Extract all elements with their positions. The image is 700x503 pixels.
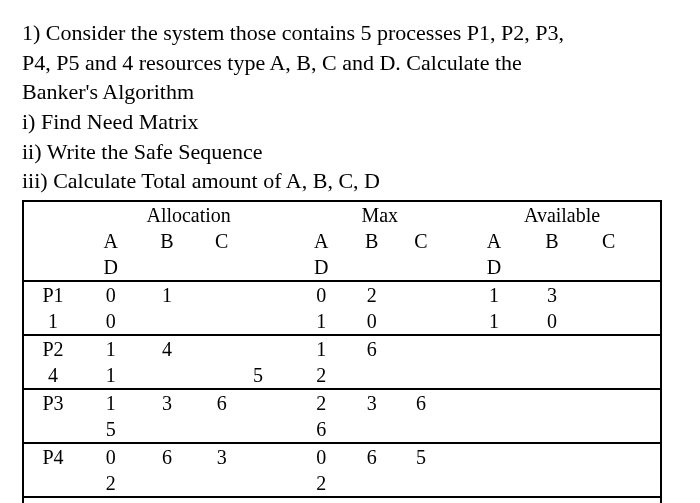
cell: 1	[194, 497, 249, 503]
cell: 2	[295, 389, 347, 416]
cell: 6	[295, 416, 347, 443]
cell: 4	[23, 362, 82, 389]
cell: 3	[347, 389, 396, 416]
cell: 0	[295, 281, 347, 308]
proc-label: P4	[23, 443, 82, 470]
table-row: 4 1 5 2	[23, 362, 661, 389]
cell: 0	[295, 497, 347, 503]
table-row: P2 1 4 1 6	[23, 335, 661, 362]
cell: 3	[524, 281, 581, 308]
q-part-1: i) Find Need Matrix	[22, 107, 678, 137]
col-max-D: D	[295, 254, 347, 281]
cell: 6	[347, 335, 396, 362]
col-avail-A: A	[464, 228, 524, 254]
cell: 1	[82, 335, 140, 362]
cell: 6	[396, 389, 445, 416]
q-line-3: Banker's Algorithm	[22, 77, 678, 107]
cell: 3	[194, 443, 249, 470]
cell: 0	[524, 308, 581, 335]
proc-label: P2	[23, 335, 82, 362]
cell: 2	[347, 281, 396, 308]
cell: 2	[295, 470, 347, 497]
cell: 1	[82, 389, 140, 416]
cell: 1	[464, 308, 524, 335]
col-avail-C: C	[580, 228, 637, 254]
cell: 6	[140, 443, 195, 470]
table-row: 2 2	[23, 470, 661, 497]
question-text: 1) Consider the system those contains 5 …	[22, 18, 678, 196]
table-row: 1 0 1 0 1 0	[23, 308, 661, 335]
table-row: P1 0 1 0 2 1 3	[23, 281, 661, 308]
cell: 2	[295, 362, 347, 389]
col-max-C: C	[396, 228, 445, 254]
cell: 6	[347, 497, 396, 503]
cell: 5	[396, 443, 445, 470]
cell: 5	[82, 416, 140, 443]
table-row: 5 6	[23, 416, 661, 443]
cell: 1	[295, 335, 347, 362]
cell: 0	[82, 497, 140, 503]
header-allocation: Allocation	[82, 201, 295, 228]
col-alloc-A: A	[82, 228, 140, 254]
cell: 3	[140, 389, 195, 416]
cell: 1	[140, 281, 195, 308]
proc-label: P3	[23, 389, 82, 416]
table-row: P5 0 0 1 0 6 5	[23, 497, 661, 503]
q-line-2: P4, P5 and 4 resources type A, B, C and …	[22, 48, 678, 78]
table-row: P3 1 3 6 2 3 6	[23, 389, 661, 416]
cell: 1	[295, 308, 347, 335]
q-part-2: ii) Write the Safe Sequence	[22, 137, 678, 167]
cell: 5	[396, 497, 445, 503]
cell: 5	[249, 362, 295, 389]
cell: 0	[82, 443, 140, 470]
q-part-3: iii) Calculate Total amount of A, B, C, …	[22, 166, 678, 196]
cell: 6	[194, 389, 249, 416]
cell: 1	[82, 362, 140, 389]
cell: 0	[140, 497, 195, 503]
cell: 1	[464, 281, 524, 308]
col-max-B: B	[347, 228, 396, 254]
q-line-1: 1) Consider the system those contains 5 …	[22, 18, 678, 48]
header-available: Available	[464, 201, 661, 228]
cell: 1	[23, 308, 82, 335]
col-alloc-B: B	[140, 228, 195, 254]
header-max: Max	[295, 201, 464, 228]
cell: 0	[295, 443, 347, 470]
bankers-table: Allocation Max Available A B C A B C A B…	[22, 200, 662, 503]
cell: 2	[82, 470, 140, 497]
col-alloc-C: C	[194, 228, 249, 254]
column-header-row-1: A B C A B C A B C	[23, 228, 661, 254]
proc-label: P5	[23, 497, 82, 503]
col-max-A: A	[295, 228, 347, 254]
cell: 0	[82, 308, 140, 335]
cell: 0	[82, 281, 140, 308]
column-header-row-2: D D D	[23, 254, 661, 281]
col-alloc-D: D	[82, 254, 140, 281]
proc-label: P1	[23, 281, 82, 308]
table-row: P4 0 6 3 0 6 5	[23, 443, 661, 470]
col-avail-B: B	[524, 228, 581, 254]
col-avail-D: D	[464, 254, 524, 281]
section-header-row: Allocation Max Available	[23, 201, 661, 228]
cell: 0	[347, 308, 396, 335]
cell: 4	[140, 335, 195, 362]
cell: 6	[347, 443, 396, 470]
